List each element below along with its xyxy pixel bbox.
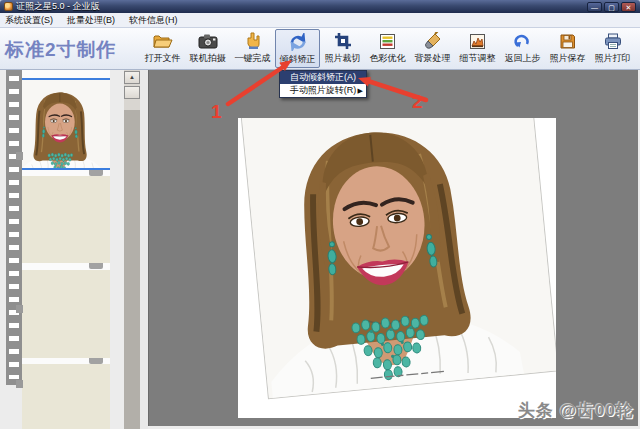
slot-marker [16,380,23,388]
tilt-correct-button[interactable]: 倾斜矫正 [275,29,320,68]
close-button[interactable]: ✕ [621,2,636,12]
menu-item-auto-tilt-correct[interactable]: 自动倾斜矫正(A) [280,71,366,84]
open-folder-icon [152,31,174,51]
undo-step-button[interactable]: 返回上步 [500,29,545,68]
title-bar: 证照之星5.0 - 企业版 — ▢ ✕ [0,0,640,13]
one-key-hand-icon [242,31,264,51]
undo-arrow-icon [512,31,534,51]
watermark-text: 头条 @齿00轮 [518,399,634,422]
slot-marker [16,305,23,313]
empty-slot[interactable] [22,270,110,358]
color-bars-icon [377,31,399,51]
menu-software-info[interactable]: 软件信息(H) [129,14,178,27]
app-icon [4,2,13,11]
film-strip [6,70,22,385]
histogram-icon [467,31,489,51]
content-area: ▲ 头条 @齿00轮 [0,70,640,429]
slot-tab [89,263,103,269]
workspace: 头条 @齿00轮 [148,70,638,426]
menu-bar: 系统设置(S) 批量处理(B) 软件信息(H) [0,13,640,28]
minimize-button[interactable]: — [587,2,602,12]
maximize-button[interactable]: ▢ [604,2,619,12]
photo-slot-list [22,70,110,429]
sidebar-scrollbar[interactable]: ▲ [124,70,140,429]
mode-title: 标准2寸制作 [5,37,117,63]
photo-thumbnail[interactable] [22,80,110,168]
printer-icon [602,31,624,51]
slot-marker [16,152,23,160]
thumbnail-sidebar: ▲ [0,70,148,429]
empty-slot[interactable] [22,176,110,263]
one-key-finish-button[interactable]: 一键完成 [230,29,275,68]
tilted-photo[interactable] [238,118,556,399]
menu-system-settings[interactable]: 系统设置(S) [5,14,53,27]
photo-canvas [238,118,556,418]
photo-print-button[interactable]: 照片打印 [590,29,635,68]
color-optimize-button[interactable]: 色彩优化 [365,29,410,68]
menu-item-manual-rotate[interactable]: 手动照片旋转(R) ▶ [280,84,366,97]
empty-slot[interactable] [22,364,110,429]
scroll-thumb[interactable] [124,86,140,99]
photo-save-button[interactable]: 照片保存 [545,29,590,68]
rotate-arrows-icon [287,32,309,52]
detail-adjust-button[interactable]: 细节调整 [455,29,500,68]
window-title: 证照之星5.0 - 企业版 [16,0,100,13]
app-window: 证照之星5.0 - 企业版 — ▢ ✕ 系统设置(S) 批量处理(B) 软件信息… [0,0,640,429]
save-floppy-icon [557,31,579,51]
sidebar-right-strip [140,70,148,429]
camera-capture-button[interactable]: 联机拍摄 [185,29,230,68]
camera-icon [197,31,219,51]
crop-icon [332,31,354,51]
photo-crop-button[interactable]: 照片裁切 [320,29,365,68]
submenu-arrow-icon: ▶ [358,84,363,97]
menu-batch-process[interactable]: 批量处理(B) [67,14,115,27]
toolbar: 标准2寸制作 打开文件 联机拍摄 一键完成 [0,28,640,70]
open-file-button[interactable]: 打开文件 [140,29,185,68]
background-process-button[interactable]: 背景处理 [410,29,455,68]
tilt-correct-menu: 自动倾斜矫正(A) 手动照片旋转(R) ▶ [279,70,367,98]
brush-icon [422,31,444,51]
scroll-up-button[interactable]: ▲ [124,71,140,84]
